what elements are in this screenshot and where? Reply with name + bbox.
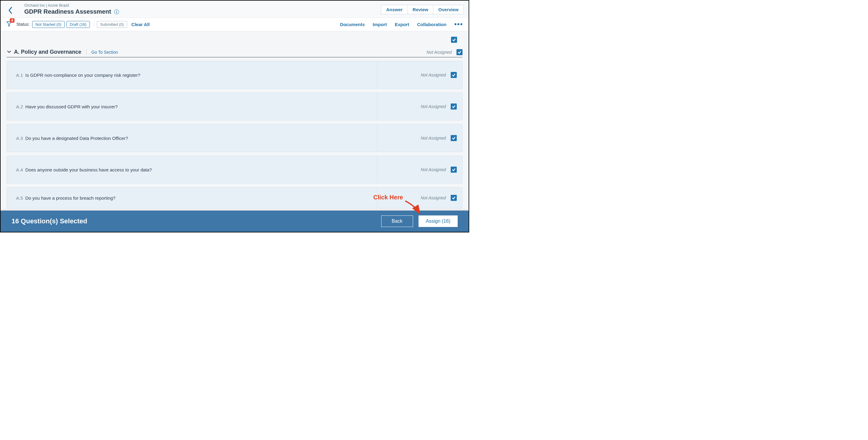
question-number: A.1 (16, 72, 23, 78)
header: Orchard Inc | Acme Brazil GDPR Readiness… (1, 1, 469, 18)
chip-not-started[interactable]: Not Started (0) (32, 21, 65, 28)
question-number: A.2 (16, 104, 23, 109)
assign-button[interactable]: Assign (16) (418, 215, 458, 227)
tab-answer[interactable]: Answer (381, 5, 408, 14)
question-status: Not Assigned (421, 72, 446, 77)
question-text: Does anyone outside your business have a… (26, 167, 152, 172)
info-icon[interactable]: i (114, 9, 119, 14)
chip-divider (94, 21, 94, 28)
question-row[interactable]: A.5 Do you have a process for breach rep… (7, 187, 463, 209)
action-import[interactable]: Import (373, 22, 387, 27)
question-row[interactable]: A.4 Does anyone outside your business ha… (7, 156, 463, 184)
clear-all[interactable]: Clear All (131, 22, 150, 27)
status-label: Status: (17, 22, 30, 27)
select-all-checkbox[interactable] (451, 37, 457, 43)
chevron-down-icon[interactable] (7, 49, 11, 55)
question-text: Is GDPR non-compliance on your company r… (26, 72, 141, 78)
tab-review[interactable]: Review (408, 5, 434, 14)
section-status: Not Assigned (426, 50, 452, 55)
chip-draft[interactable]: Draft (16) (66, 21, 90, 28)
question-status: Not Assigned (421, 104, 446, 109)
page-title: GDPR Readiness Assessment (24, 8, 111, 15)
section-divider (86, 50, 87, 55)
filter-icon[interactable]: 4 (6, 21, 12, 28)
section-title: A. Policy and Governance (14, 49, 81, 55)
question-status: Not Assigned (421, 195, 446, 200)
section-header: A. Policy and Governance Go To Section N… (7, 46, 463, 57)
selection-count: 16 Question(s) Selected (11, 217, 87, 225)
filter-bar: 4 Status: Not Started (0) Draft (16) Sub… (1, 18, 469, 31)
action-documents[interactable]: Documents (340, 22, 365, 27)
chip-submitted[interactable]: Submitted (0) (97, 21, 127, 28)
section-checkbox[interactable] (457, 49, 463, 55)
question-text: Have you discussed GDPR with your insure… (26, 104, 118, 109)
question-checkbox[interactable] (451, 103, 457, 109)
question-row[interactable]: A.3 Do you have a designated Data Protec… (7, 124, 463, 152)
question-row[interactable]: A.1 Is GDPR non-compliance on your compa… (7, 61, 463, 89)
action-export[interactable]: Export (395, 22, 409, 27)
question-checkbox[interactable] (451, 135, 457, 141)
tab-overview[interactable]: Overview (433, 5, 464, 14)
header-tabs: Answer Review Overview (381, 5, 464, 14)
header-center: Orchard Inc | Acme Brazil GDPR Readiness… (24, 3, 381, 15)
question-text: Do you have a designated Data Protection… (26, 136, 128, 141)
back-icon[interactable] (5, 4, 16, 18)
question-number: A.4 (16, 167, 23, 172)
content: A. Policy and Governance Go To Section N… (1, 31, 469, 209)
footer-bar: 16 Question(s) Selected Back Assign (16) (1, 211, 469, 232)
question-text: Do you have a process for breach reporti… (26, 195, 116, 200)
goto-section-link[interactable]: Go To Section (91, 50, 118, 55)
breadcrumb: Orchard Inc | Acme Brazil (24, 3, 381, 8)
question-status: Not Assigned (421, 167, 446, 172)
question-number: A.5 (16, 195, 23, 200)
filter-badge: 4 (10, 18, 14, 23)
question-checkbox[interactable] (451, 72, 457, 78)
action-collaboration[interactable]: Collaboration (417, 22, 446, 27)
question-checkbox[interactable] (451, 195, 457, 201)
question-status: Not Assigned (421, 136, 446, 140)
back-button[interactable]: Back (381, 215, 413, 227)
question-number: A.3 (16, 136, 23, 141)
question-checkbox[interactable] (451, 166, 457, 172)
question-row[interactable]: A.2 Have you discussed GDPR with your in… (7, 93, 463, 121)
